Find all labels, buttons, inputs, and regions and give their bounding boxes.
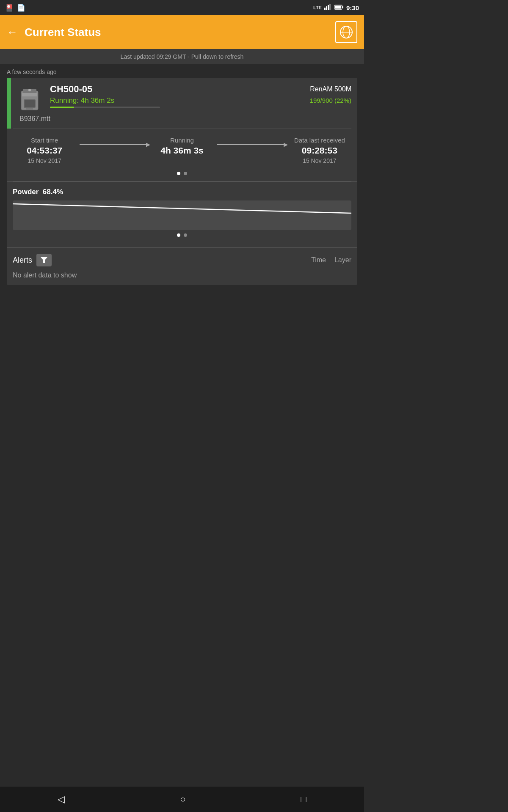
powder-dot-1 — [177, 233, 180, 237]
bottom-nav: ◁ ○ □ — [0, 787, 364, 812]
start-time-label: Start time — [11, 137, 78, 144]
divider-3 — [13, 243, 351, 243]
alerts-left: Alerts — [13, 254, 52, 266]
svg-rect-6 — [335, 5, 341, 8]
machine-info: CH500-05 RenAM 500M Running: 4h 36m 2s 1… — [50, 84, 351, 108]
running-label: Running — [149, 137, 215, 144]
start-time-col: Start time 04:53:37 15 Nov 2017 — [11, 137, 78, 164]
svg-rect-14 — [25, 100, 35, 107]
stats-section: Start time 04:53:37 15 Nov 2017 ▶ Runnin… — [7, 129, 357, 168]
start-time-value: 04:53:37 — [11, 145, 78, 156]
nav-back-button[interactable]: ◁ — [58, 794, 65, 805]
timeline-arrow-2: ▶ — [215, 137, 286, 145]
timeline-arrow: ▶ — [78, 137, 148, 145]
alerts-label: Alerts — [13, 256, 32, 265]
data-last-received-date: 15 Nov 2017 — [286, 157, 353, 164]
nav-recent-button[interactable]: □ — [301, 794, 306, 805]
alerts-layer-label[interactable]: Layer — [334, 256, 351, 264]
alerts-time-label[interactable]: Time — [311, 256, 326, 264]
status-bar: 🎴 📄 LTE 9:30 — [0, 0, 364, 15]
back-button[interactable]: ← — [7, 26, 18, 39]
powder-section: Powder 68.4% — [7, 181, 357, 230]
file-name: B9367.mtt — [19, 112, 351, 129]
running-col: Running 4h 36m 3s — [149, 137, 215, 156]
app-icon: 📄 — [17, 4, 25, 12]
status-bar-right: LTE 9:30 — [313, 4, 359, 11]
signal-icon — [324, 4, 332, 11]
running-value: 4h 36m 3s — [149, 145, 215, 156]
no-alert-message: No alert data to show — [13, 272, 351, 279]
brand-logo — [335, 21, 357, 43]
powder-value: 68.4% — [43, 188, 63, 196]
svg-rect-1 — [326, 6, 327, 10]
main-content: A few seconds ago — [0, 64, 364, 285]
alerts-right: Time Layer — [311, 256, 351, 264]
svg-point-15 — [28, 89, 31, 91]
stats-page-dots — [7, 168, 357, 181]
last-updated-bar: Last updated 09:29 GMT - Pull down to re… — [0, 49, 364, 64]
machine-id: CH500-05 — [50, 84, 92, 95]
progress-bar-fill — [50, 107, 74, 108]
progress-percent: 199/900 (22%) — [310, 97, 351, 104]
time-display: 9:30 — [346, 4, 359, 11]
powder-dot-2 — [184, 233, 187, 237]
status-bar-left: 🎴 📄 — [5, 4, 25, 12]
app-bar-left: ← Current Status — [7, 26, 101, 39]
svg-rect-2 — [328, 5, 329, 10]
last-updated-text: Last updated 09:29 GMT - Pull down to re… — [121, 53, 244, 60]
progress-bar-container — [50, 107, 160, 108]
svg-rect-5 — [342, 6, 343, 8]
data-last-received-col: Data last received 09:28:53 15 Nov 2017 — [286, 137, 353, 164]
svg-marker-17 — [41, 257, 47, 263]
dot-2 — [184, 172, 187, 175]
data-last-received-value: 09:28:53 — [286, 145, 353, 156]
battery-icon — [334, 4, 344, 11]
powder-label-text: Powder — [13, 188, 39, 196]
alerts-header: Alerts Time Layer — [13, 254, 351, 266]
machine-icon — [15, 84, 44, 112]
powder-label: Powder 68.4% — [13, 188, 351, 196]
notification-icon: 🎴 — [5, 4, 14, 12]
alerts-section: Alerts Time Layer No alert data to show — [7, 247, 357, 285]
lte-icon: LTE — [313, 5, 322, 10]
machine-card: CH500-05 RenAM 500M Running: 4h 36m 2s 1… — [7, 78, 357, 285]
filter-button[interactable] — [36, 254, 52, 266]
app-bar: ← Current Status — [0, 15, 364, 49]
data-last-received-label: Data last received — [286, 137, 353, 144]
svg-rect-12 — [22, 93, 37, 96]
status-indicator-bar — [7, 78, 11, 129]
running-status: Running: 4h 36m 2s — [50, 96, 114, 105]
svg-rect-16 — [26, 108, 33, 110]
powder-chart — [13, 200, 351, 230]
svg-rect-0 — [324, 8, 326, 10]
powder-page-dots — [7, 230, 357, 243]
dot-1 — [177, 172, 180, 175]
machine-model: RenAM 500M — [310, 85, 351, 93]
nav-home-button[interactable]: ○ — [180, 794, 185, 805]
time-ago-label: A few seconds ago — [7, 64, 357, 78]
svg-rect-3 — [329, 4, 331, 10]
page-title: Current Status — [25, 26, 101, 39]
start-date: 15 Nov 2017 — [11, 157, 78, 164]
